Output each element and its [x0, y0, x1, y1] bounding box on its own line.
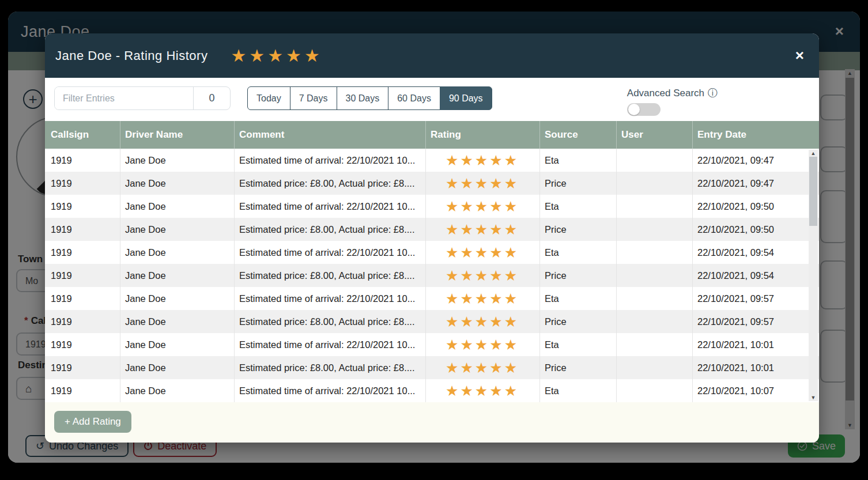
cell-comment: Estimated price: £8.00, Actual price: £8… [234, 264, 425, 287]
cell-callsign: 1919 [45, 195, 120, 218]
cell-callsign: 1919 [45, 333, 120, 356]
cell-callsign: 1919 [45, 356, 120, 379]
cell-comment: Estimated time of arrival: 22/10/2021 10… [234, 241, 425, 264]
cell-rating-stars: ★★★★★ [425, 241, 539, 264]
cell-entry-date: 22/10/2021, 09:54 [692, 264, 819, 287]
advanced-search-label: Advanced Search ⓘ [627, 86, 718, 100]
cell-source: Eta [539, 379, 616, 402]
day-filter-30-days[interactable]: 30 Days [337, 86, 389, 110]
cell-entry-date: 22/10/2021, 10:01 [692, 333, 819, 356]
cell-source: Eta [539, 149, 616, 172]
cell-user [616, 195, 692, 218]
cell-entry-date: 22/10/2021, 09:50 [692, 218, 819, 241]
advanced-search: Advanced Search ⓘ [627, 86, 718, 116]
column-header-rating: Rating [425, 121, 539, 149]
cell-entry-date: 22/10/2021, 09:57 [692, 287, 819, 310]
table-row[interactable]: 1919Jane DoeEstimated price: £8.00, Actu… [45, 264, 819, 287]
cell-source: Price [539, 172, 616, 195]
day-filter-90-days[interactable]: 90 Days [440, 86, 492, 110]
cell-rating-stars: ★★★★★ [425, 264, 539, 287]
advanced-search-toggle[interactable] [627, 103, 661, 116]
cell-comment: Estimated price: £8.00, Actual price: £8… [234, 310, 425, 333]
table-scrollbar-thumb[interactable] [809, 157, 817, 226]
filter-entries-input[interactable] [55, 87, 193, 109]
rating-history-modal: Jane Doe - Rating History ★★★★★ × 0 Toda… [45, 33, 819, 443]
cell-entry-date: 22/10/2021, 10:01 [692, 356, 819, 379]
table-row[interactable]: 1919Jane DoeEstimated price: £8.00, Actu… [45, 172, 819, 195]
rating-modal-header: Jane Doe - Rating History ★★★★★ × [45, 33, 819, 78]
cell-user [616, 218, 692, 241]
cell-rating-stars: ★★★★★ [425, 195, 539, 218]
cell-user [616, 356, 692, 379]
cell-entry-date: 22/10/2021, 09:47 [692, 149, 819, 172]
cell-callsign: 1919 [45, 172, 120, 195]
info-icon[interactable]: ⓘ [708, 86, 718, 100]
toggle-knob [628, 104, 640, 115]
filter-entries-box: 0 [54, 86, 231, 110]
day-filter-today[interactable]: Today [247, 86, 290, 110]
cell-callsign: 1919 [45, 379, 120, 402]
table-row[interactable]: 1919Jane DoeEstimated time of arrival: 2… [45, 149, 819, 172]
cell-user [616, 287, 692, 310]
cell-callsign: 1919 [45, 241, 120, 264]
cell-driver-name: Jane Doe [120, 241, 234, 264]
cell-rating-stars: ★★★★★ [425, 172, 539, 195]
table-row[interactable]: 1919Jane DoeEstimated time of arrival: 2… [45, 287, 819, 310]
cell-driver-name: Jane Doe [120, 287, 234, 310]
day-filter-group: Today7 Days30 Days60 Days90 Days [247, 86, 492, 110]
cell-callsign: 1919 [45, 310, 120, 333]
cell-driver-name: Jane Doe [120, 356, 234, 379]
column-header-callsign: Callsign [45, 121, 120, 149]
table-row[interactable]: 1919Jane DoeEstimated price: £8.00, Actu… [45, 218, 819, 241]
table-row[interactable]: 1919Jane DoeEstimated price: £8.00, Actu… [45, 310, 819, 333]
cell-rating-stars: ★★★★★ [425, 379, 539, 402]
table-row[interactable]: 1919Jane DoeEstimated time of arrival: 2… [45, 195, 819, 218]
cell-source: Eta [539, 241, 616, 264]
rating-stars: ★★★★★ [231, 47, 322, 65]
table-scrollbar[interactable]: ▲ ▼ [809, 150, 818, 401]
cell-callsign: 1919 [45, 264, 120, 287]
table-row[interactable]: 1919Jane DoeEstimated time of arrival: 2… [45, 241, 819, 264]
scroll-down-icon[interactable]: ▼ [809, 395, 818, 400]
cell-driver-name: Jane Doe [120, 264, 234, 287]
cell-source: Price [539, 264, 616, 287]
cell-comment: Estimated price: £8.00, Actual price: £8… [234, 218, 425, 241]
cell-entry-date: 22/10/2021, 09:47 [692, 172, 819, 195]
close-icon[interactable]: × [795, 47, 804, 65]
cell-user [616, 333, 692, 356]
rating-table-header: CallsignDriver NameCommentRatingSourceUs… [45, 121, 819, 149]
cell-driver-name: Jane Doe [120, 195, 234, 218]
cell-driver-name: Jane Doe [120, 379, 234, 402]
day-filter-7-days[interactable]: 7 Days [290, 86, 337, 110]
cell-user [616, 264, 692, 287]
cell-callsign: 1919 [45, 218, 120, 241]
cell-driver-name: Jane Doe [120, 218, 234, 241]
cell-rating-stars: ★★★★★ [425, 356, 539, 379]
cell-driver-name: Jane Doe [120, 149, 234, 172]
day-filter-60-days[interactable]: 60 Days [388, 86, 440, 110]
scroll-up-icon[interactable]: ▲ [809, 150, 818, 156]
cell-callsign: 1919 [45, 149, 120, 172]
cell-source: Price [539, 218, 616, 241]
cell-user [616, 172, 692, 195]
table-row[interactable]: 1919Jane DoeEstimated time of arrival: 2… [45, 379, 819, 402]
cell-callsign: 1919 [45, 287, 120, 310]
cell-comment: Estimated time of arrival: 22/10/2021 10… [234, 287, 425, 310]
column-header-source: Source [539, 121, 616, 149]
cell-rating-stars: ★★★★★ [425, 287, 539, 310]
add-rating-button[interactable]: + Add Rating [54, 411, 131, 433]
cell-entry-date: 22/10/2021, 10:07 [692, 379, 819, 402]
cell-entry-date: 22/10/2021, 09:57 [692, 310, 819, 333]
rating-table: CallsignDriver NameCommentRatingSourceUs… [45, 121, 819, 402]
rating-modal-title: Jane Doe - Rating History [55, 48, 207, 63]
cell-user [616, 241, 692, 264]
rating-modal-controls: 0 Today7 Days30 Days60 Days90 Days Advan… [45, 78, 819, 121]
cell-entry-date: 22/10/2021, 09:54 [692, 241, 819, 264]
rating-modal-footer: + Add Rating [45, 402, 819, 443]
cell-driver-name: Jane Doe [120, 310, 234, 333]
table-row[interactable]: 1919Jane DoeEstimated price: £8.00, Actu… [45, 356, 819, 379]
cell-user [616, 310, 692, 333]
cell-source: Eta [539, 287, 616, 310]
table-row[interactable]: 1919Jane DoeEstimated time of arrival: 2… [45, 333, 819, 356]
rating-table-body: 1919Jane DoeEstimated time of arrival: 2… [45, 149, 819, 402]
